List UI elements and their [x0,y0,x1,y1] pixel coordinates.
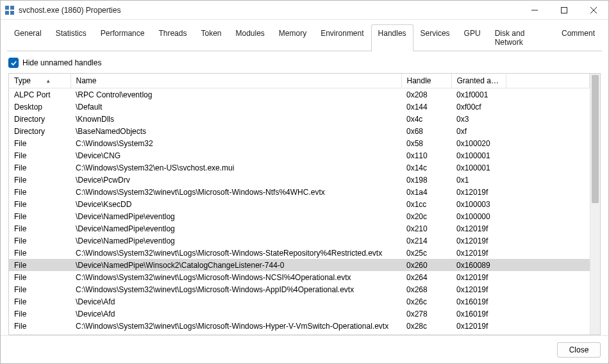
cell-name: C:\Windows\System32\winevt\Logs\Microsof… [71,283,401,295]
table-row[interactable]: File\Device\NamedPipe\eventlog0x2100x120… [9,222,590,235]
col-header-name[interactable]: Name [71,74,401,88]
cell-type: File [9,186,71,198]
cell-name: C:\Windows\System32\winevt\Logs\Microsof… [71,271,401,283]
cell-name: \KnownDlls [71,113,401,125]
cell-pad [506,235,590,247]
cell-pad [506,125,590,137]
cell-granted: 0x12019f [451,235,506,247]
cell-pad [506,247,590,259]
tab-environment[interactable]: Environment [313,24,371,51]
table-row[interactable]: FileC:\Windows\System32\winevt\Logs\Micr… [9,247,590,259]
tab-token[interactable]: Token [194,24,228,51]
table-row[interactable]: File\Device\Afd0x2780x16019f [9,308,590,320]
table-row[interactable]: File\Device\KsecDD0x1cc0x100003 [9,198,590,210]
col-header-type-label: Type [14,76,31,85]
cell-handle: 0x260 [401,259,451,271]
tab-comment[interactable]: Comment [555,24,602,51]
col-header-handle[interactable]: Handle [401,74,451,88]
cell-handle: 0x26c [401,295,451,308]
tab-threads[interactable]: Threads [151,24,194,51]
table-row[interactable]: File\Device\CNG0x1100x100001 [9,149,590,161]
table-row[interactable]: File\Device\Afd0x26c0x16019f [9,295,590,308]
cell-granted: 0x12019f [451,332,506,335]
cell-pad [506,161,590,174]
cell-type: File [9,271,71,283]
cell-pad [506,320,590,332]
cell-handle: 0x144 [401,101,451,113]
table-row[interactable]: FileC:\Windows\System320x580x100020 [9,137,590,149]
cell-name: \Device\Afd [71,295,401,308]
tab-handles[interactable]: Handles [371,24,413,51]
table-row[interactable]: Desktop\Default0x1440xf00cf [9,101,590,113]
hide-unnamed-checkbox[interactable] [8,58,19,68]
cell-type: File [9,161,71,174]
cell-granted: 0x12019f [451,271,506,283]
cell-type: File [9,235,71,247]
tab-modules[interactable]: Modules [228,24,271,51]
tab-strip: GeneralStatisticsPerformanceThreadsToken… [1,20,608,51]
scrollbar-thumb[interactable] [592,75,599,203]
cell-granted: 0x1f0001 [451,88,506,101]
table-row[interactable]: FileC:\Windows\System32\en-US\svchost.ex… [9,161,590,174]
table-row[interactable]: FileC:\Windows\System32\winevt\Logs\Micr… [9,332,590,335]
tab-services[interactable]: Services [413,24,457,51]
cell-granted: 0x16019f [451,308,506,320]
cell-pad [506,174,590,186]
table-row[interactable]: File\Device\NamedPipe\Winsock2\CatalogCh… [9,259,590,271]
maximize-button[interactable] [549,1,579,20]
table-row[interactable]: File\Device\NamedPipe\eventlog0x20c0x100… [9,210,590,222]
close-button[interactable]: Close [557,342,601,358]
cell-name: C:\Windows\System32 [71,137,401,149]
cell-name: \RPC Control\eventlog [71,88,401,101]
cell-type: File [9,198,71,210]
cell-granted: 0xf00cf [451,101,506,113]
tab-statistics[interactable]: Statistics [49,24,94,51]
handles-table-wrap: Type ▲ Name Handle Granted ac... ALPC Po… [8,73,601,335]
table-row[interactable]: FileC:\Windows\System32\winevt\Logs\Micr… [9,186,590,198]
tab-performance[interactable]: Performance [94,24,152,51]
cell-pad [506,295,590,308]
cell-type: ALPC Port [9,88,71,101]
table-row[interactable]: FileC:\Windows\System32\winevt\Logs\Micr… [9,271,590,283]
table-row[interactable]: ALPC Port\RPC Control\eventlog0x2080x1f0… [9,88,590,101]
tab-general[interactable]: General [7,24,49,51]
cell-granted: 0xf [451,125,506,137]
table-row[interactable]: FileC:\Windows\System32\winevt\Logs\Micr… [9,320,590,332]
cell-type: File [9,283,71,295]
cell-name: \Device\KsecDD [71,198,401,210]
vertical-scrollbar[interactable] [590,74,600,335]
cell-handle: 0x210 [401,222,451,235]
titlebar: svchost.exe (1860) Properties [1,1,608,20]
table-row[interactable]: FileC:\Windows\System32\winevt\Logs\Micr… [9,283,590,295]
dialog-footer: Close [1,335,608,363]
cell-handle: 0x25c [401,247,451,259]
sort-asc-icon: ▲ [46,78,51,84]
col-header-type[interactable]: Type ▲ [9,74,71,88]
cell-handle: 0x294 [401,332,451,335]
cell-handle: 0x1a4 [401,186,451,198]
minimize-button[interactable] [520,1,549,20]
col-header-granted[interactable]: Granted ac... [451,74,506,88]
cell-type: Directory [9,125,71,137]
cell-type: File [9,222,71,235]
cell-granted: 0x12019f [451,283,506,295]
col-header-pad [506,74,590,88]
svg-rect-1 [10,6,14,10]
tab-disk-and-network[interactable]: Disk and Network [488,24,555,51]
cell-type: File [9,174,71,186]
cell-pad [506,283,590,295]
tab-content-handles: Hide unnamed handles Type ▲ Name [1,51,608,335]
cell-granted: 0x160089 [451,259,506,271]
cell-pad [506,113,590,125]
table-row[interactable]: File\Device\PcwDrv0x1980x1 [9,174,590,186]
tab-gpu[interactable]: GPU [457,24,488,51]
cell-name: \Default [71,101,401,113]
app-icon [4,5,15,15]
cell-type: File [9,332,71,335]
close-window-button[interactable] [579,1,608,20]
tab-memory[interactable]: Memory [272,24,313,51]
table-row[interactable]: Directory\BaseNamedObjects0x680xf [9,125,590,137]
cell-handle: 0x68 [401,125,451,137]
table-row[interactable]: Directory\KnownDlls0x4c0x3 [9,113,590,125]
table-row[interactable]: File\Device\NamedPipe\eventlog0x2140x120… [9,235,590,247]
